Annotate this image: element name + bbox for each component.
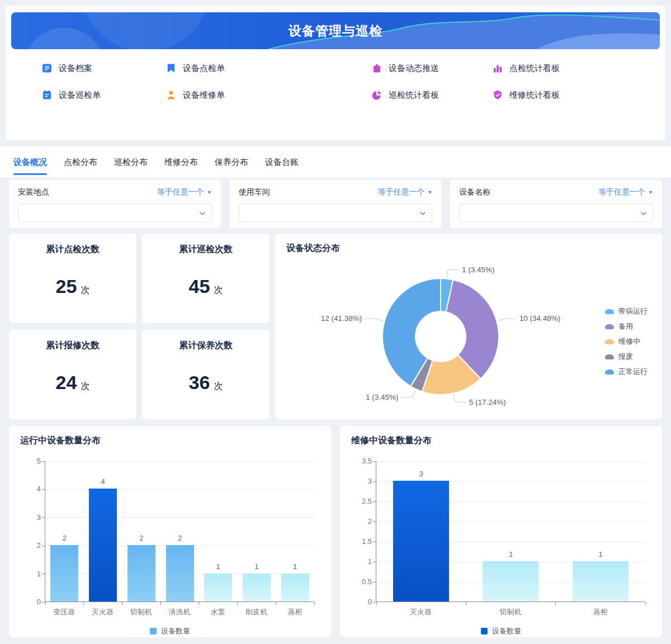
stat-title: 累计保养次数 (142, 340, 270, 352)
tab-device-ledger[interactable]: 设备台账 (265, 146, 299, 178)
pie-slice-label: 5 (17.24%) (469, 398, 506, 406)
bar[interactable] (573, 561, 629, 602)
x-axis-tick (314, 602, 315, 605)
filter-operator-dropdown[interactable]: 等于任意一个▼ (598, 187, 653, 197)
tab-repair-distribution[interactable]: 维修分布 (164, 146, 198, 178)
bar-slot: 2 (45, 461, 84, 602)
tab-device-overview[interactable]: 设备概况 (13, 146, 47, 178)
y-axis-tick (373, 562, 376, 562)
x-axis-tick (237, 602, 238, 605)
filter-operator-dropdown[interactable]: 等于任意一个▼ (157, 187, 212, 197)
workshop-select[interactable] (239, 203, 433, 222)
running-devices-bar-chart: 0123452422111变压器灭火器切制机清洗机水泵削皮机蒸柜设备数量 (20, 461, 320, 636)
legend-label: 设备数量 (492, 626, 521, 636)
y-axis-tick-label: 2.5 (352, 497, 372, 505)
bar[interactable] (281, 574, 309, 602)
device-status-chart-card: 设备状态分布 1 (3.45%)10 (34.48%)5 (17.24%)1 (… (275, 234, 662, 419)
y-axis-tick (42, 574, 45, 574)
tab-spot-check-distribution[interactable]: 点检分布 (64, 146, 97, 178)
filter-device-name: 设备名称 等于任意一个▼ (450, 180, 662, 228)
legend-marker (150, 628, 157, 634)
bar-slot: 2 (160, 461, 199, 602)
legend-item[interactable]: 带病运行 (605, 306, 648, 316)
dashboard-page: 设备管理与巡检 设备档案 设备点检单 设备动态推送 点检统计看板 设备巡检单 (0, 0, 671, 644)
repairing-devices-bar-chart: 00.511.522.533.5311灭火器切制机蒸柜设备数量 (351, 461, 651, 636)
device-status-donut-chart: 1 (3.45%)10 (34.48%)5 (17.24%)1 (3.45%)1… (275, 234, 662, 419)
x-axis-tick (376, 602, 377, 605)
bar-data-label: 2 (122, 534, 160, 542)
legend-item[interactable]: 正常运行 (605, 367, 648, 377)
filter-label: 使用车间 (239, 187, 270, 197)
y-axis-tick-label: 0 (21, 598, 41, 606)
menu-item-label: 设备点检单 (183, 63, 225, 74)
bar[interactable] (483, 561, 538, 602)
tab-maintenance-distribution[interactable]: 保养分布 (215, 146, 248, 178)
menu-item-device-archive[interactable]: 设备档案 (41, 63, 166, 74)
install-location-select[interactable] (18, 203, 212, 222)
menu-item-repair-board[interactable]: 维修统计看板 (492, 89, 665, 101)
page-title: 设备管理与巡检 (11, 12, 660, 49)
legend-item[interactable]: 维修中 (605, 337, 648, 347)
y-axis-tick-label: 3.5 (352, 457, 372, 465)
donut-legend: 带病运行备用维修中报废正常运行 (605, 306, 648, 377)
y-axis-tick-label: 0 (352, 598, 372, 606)
menu-item-device-push[interactable]: 设备动态推送 (371, 63, 492, 74)
bar[interactable] (89, 489, 117, 602)
legend-marker (605, 354, 614, 359)
bar[interactable] (127, 545, 155, 602)
y-axis-tick (373, 481, 376, 482)
y-axis-tick-label: 0.5 (352, 577, 372, 586)
menu-item-patrol-sheet[interactable]: 设备巡检单 (41, 89, 166, 101)
bar[interactable] (393, 481, 449, 602)
stat-card-maintenance: 累计保养次数 36次 (142, 330, 270, 419)
y-axis-tick (373, 501, 376, 502)
legend-label: 带病运行 (618, 306, 648, 316)
menu-item-spot-check-sheet[interactable]: 设备点检单 (166, 63, 371, 74)
filter-operator-dropdown[interactable]: 等于任意一个▼ (377, 187, 432, 197)
legend-label: 正常运行 (618, 367, 648, 377)
x-category-label: 变压器 (45, 607, 83, 617)
legend-marker (605, 370, 614, 375)
y-axis-tick-label: 1 (352, 557, 372, 566)
pie-slice-label: 1 (3.45%) (462, 266, 495, 274)
caret-down-icon: ▼ (427, 190, 432, 195)
stat-unit: 次 (81, 381, 89, 391)
stat-unit: 次 (214, 285, 223, 295)
x-category-label: 切制机 (122, 607, 160, 617)
tab-patrol-distribution[interactable]: 巡检分布 (114, 146, 148, 178)
shield-check-icon (492, 89, 503, 101)
stat-card-patrols: 累计巡检次数 45次 (142, 234, 270, 323)
banner: 设备管理与巡检 (11, 12, 660, 49)
bar-data-label: 1 (556, 550, 645, 558)
stat-unit: 次 (214, 381, 223, 391)
legend-marker (605, 309, 614, 314)
y-axis-tick-label: 3 (352, 477, 372, 485)
bar[interactable] (204, 574, 232, 602)
menu-item-spot-check-board[interactable]: 点检统计看板 (492, 63, 665, 74)
tab-bar: 设备概况 点检分布 巡检分布 维修分布 保养分布 设备台账 (0, 146, 671, 178)
legend-item[interactable]: 设备数量 (20, 626, 320, 636)
legend-item[interactable]: 设备数量 (351, 626, 651, 636)
bar[interactable] (50, 545, 78, 602)
menu-item-repair-sheet[interactable]: 设备维修单 (166, 89, 371, 101)
pie-label-leader-line (453, 395, 466, 402)
legend-item[interactable]: 报废 (605, 352, 648, 362)
menu-item-patrol-board[interactable]: 巡检统计看板 (371, 89, 492, 101)
pie-slice-label: 10 (34.48%) (519, 314, 561, 323)
x-axis-tick (466, 602, 466, 605)
stat-card-repairs: 累计报修次数 24次 (9, 330, 136, 419)
device-name-select[interactable] (459, 203, 653, 222)
legend-label: 设备数量 (161, 626, 190, 636)
y-axis-tick (373, 522, 376, 522)
y-axis-tick (42, 602, 45, 603)
filter-workshop: 使用车间 等于任意一个▼ (230, 180, 442, 228)
y-axis-tick (373, 461, 376, 462)
bar[interactable] (166, 545, 194, 602)
bar[interactable] (243, 574, 271, 602)
legend-item[interactable]: 备用 (605, 321, 648, 332)
y-axis-tick-label: 2 (21, 541, 41, 550)
bar-chart-plot: 0123452422111 (45, 461, 314, 602)
legend-label: 备用 (618, 321, 633, 332)
running-devices-chart-card: 运行中设备数量分布 0123452422111变压器灭火器切制机清洗机水泵削皮机… (9, 426, 331, 637)
clipboard-icon (41, 89, 53, 101)
